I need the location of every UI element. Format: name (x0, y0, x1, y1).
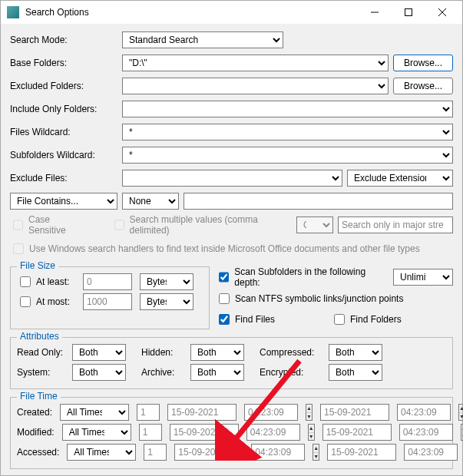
created-label: Created: (17, 407, 52, 418)
modified-spin2[interactable]: ▲▼ (461, 424, 463, 441)
files-wildcard-input[interactable]: * (122, 124, 453, 140)
search-major-stream[interactable] (338, 217, 453, 233)
read-only-select[interactable]: Both (72, 344, 126, 361)
encrypted-label: Encrypted: (260, 367, 321, 378)
modified-select[interactable]: All Times (62, 424, 131, 441)
case-sensitive-checkbox[interactable]: Case Sensitive (10, 214, 84, 236)
at-least-unit[interactable]: Bytes (140, 273, 193, 290)
file-contains-mode-select[interactable]: None (122, 193, 179, 210)
depth-select[interactable]: Unlimited (393, 269, 453, 286)
maximize-button[interactable] (392, 1, 425, 24)
modified-n[interactable] (139, 424, 162, 441)
created-spin1[interactable]: ▲▼ (306, 404, 313, 421)
base-folders-input[interactable]: "D:\" (122, 55, 389, 71)
or-select[interactable]: Or (296, 217, 333, 233)
scan-ntfs-checkbox[interactable]: Scan NTFS symbolic links/junction points (216, 291, 453, 306)
browse-base-button[interactable]: Browse... (393, 55, 453, 71)
file-contains-select[interactable]: File Contains... (10, 193, 117, 210)
scan-subfolders-checkbox[interactable]: Scan Subfolders in the following depth: (216, 266, 385, 288)
svg-rect-1 (405, 9, 412, 16)
modified-date1[interactable] (170, 424, 239, 441)
subfolders-wildcard-label: Subfolders Wildcard: (10, 150, 117, 160)
modified-date2[interactable] (322, 424, 392, 441)
modified-time2[interactable] (399, 424, 453, 441)
file-time-group-title: File Time (17, 391, 61, 402)
modified-spin1[interactable]: ▲▼ (308, 424, 315, 441)
archive-label: Archive: (141, 367, 183, 378)
read-only-label: Read Only: (17, 347, 64, 358)
accessed-spin1[interactable]: ▲▼ (313, 444, 319, 461)
search-mode-label: Search Mode: (10, 35, 117, 45)
accessed-n[interactable] (144, 444, 167, 461)
accessed-time2[interactable] (404, 444, 458, 461)
attributes-group-title: Attributes (17, 331, 62, 342)
search-mode-select[interactable]: Standard Search (122, 31, 283, 48)
archive-select[interactable]: Both (190, 364, 244, 381)
find-files-checkbox[interactable]: Find Files (216, 312, 323, 327)
accessed-date1[interactable] (174, 444, 243, 461)
created-n[interactable] (137, 404, 160, 421)
system-label: System: (17, 367, 64, 378)
accessed-date2[interactable] (327, 444, 396, 461)
browse-excluded-button[interactable]: Browse... (393, 78, 453, 94)
created-select[interactable]: All Times (60, 404, 129, 421)
accessed-time1[interactable] (251, 444, 305, 461)
accessed-label: Accessed: (17, 447, 59, 458)
created-date2[interactable] (320, 404, 389, 421)
modified-label: Modified: (17, 427, 55, 438)
file-contains-value[interactable] (184, 193, 453, 210)
system-select[interactable]: Both (72, 364, 126, 381)
compressed-select[interactable]: Both (329, 344, 382, 361)
at-most-checkbox[interactable]: At most: (17, 294, 75, 309)
subfolders-wildcard-input[interactable]: * (122, 147, 453, 164)
at-least-checkbox[interactable]: At least: (17, 274, 75, 289)
files-wildcard-label: Files Wildcard: (10, 127, 117, 137)
file-size-group-title: File Size (17, 260, 58, 271)
at-most-value[interactable] (83, 293, 132, 310)
exclude-extensions-select[interactable]: Exclude Extensions List (347, 170, 453, 187)
encrypted-select[interactable]: Both (329, 364, 382, 381)
hidden-label: Hidden: (141, 347, 183, 358)
excluded-folders-input[interactable] (122, 78, 389, 94)
app-icon (7, 6, 19, 18)
at-most-unit[interactable]: Bytes (140, 293, 193, 310)
include-only-input[interactable] (122, 101, 453, 117)
search-multiple-checkbox[interactable]: Search multiple values (comma delimited) (111, 214, 287, 236)
at-least-value[interactable] (83, 273, 132, 290)
accessed-select[interactable]: All Times (67, 444, 136, 461)
created-spin2[interactable]: ▲▼ (458, 404, 463, 421)
created-date1[interactable] (167, 404, 236, 421)
created-time1[interactable] (244, 404, 298, 421)
close-window-button[interactable] (425, 1, 459, 24)
windows-handlers-checkbox[interactable]: Use Windows search handlers to find text… (10, 241, 420, 256)
excluded-folders-label: Excluded Folders: (10, 81, 117, 91)
include-only-label: Include Only Folders: (10, 104, 117, 114)
find-folders-checkbox[interactable]: Find Folders (331, 312, 402, 327)
modified-time1[interactable] (246, 424, 300, 441)
window-title: Search Options (25, 7, 358, 18)
compressed-label: Compressed: (260, 347, 321, 358)
exclude-files-input[interactable] (122, 170, 342, 187)
minimize-button[interactable] (358, 1, 392, 24)
exclude-files-label: Exclude Files: (10, 173, 117, 183)
created-time2[interactable] (397, 404, 451, 421)
base-folders-label: Base Folders: (10, 58, 117, 68)
hidden-select[interactable]: Both (190, 344, 244, 361)
